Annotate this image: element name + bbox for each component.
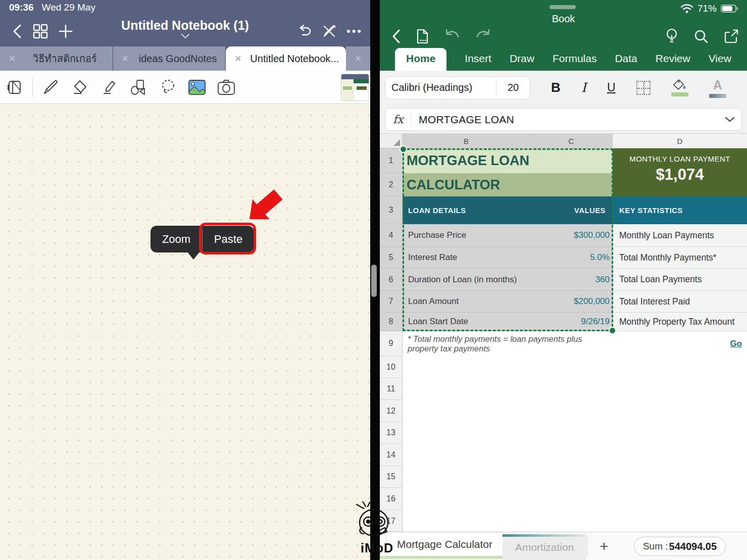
monthly-payment-card[interactable]: MONTHLY LOAN PAYMENT $1,074 (613, 148, 747, 196)
close-icon[interactable]: ✕ (353, 54, 363, 64)
undo-icon[interactable] (442, 26, 463, 46)
app-drag-handle[interactable] (550, 5, 576, 9)
tab-insert[interactable]: Insert (465, 53, 491, 71)
cell-value[interactable]: $300,000 (530, 224, 613, 247)
borders-button[interactable] (636, 81, 651, 95)
page-thumbnail-icon[interactable] (0, 73, 29, 101)
row-header-10[interactable]: 10 (380, 356, 403, 378)
more-icon[interactable]: ••• (345, 22, 364, 40)
doc-tab-partial[interactable]: ✕ (346, 46, 370, 71)
tab-home[interactable]: Home (395, 48, 446, 71)
file-actions-icon[interactable] (412, 26, 432, 46)
sheet-tab-amortization[interactable]: Amortization (503, 534, 586, 560)
formula-bar[interactable]: fx MORTGAGE LOAN (385, 108, 742, 131)
row-header-6[interactable]: 6 (380, 269, 403, 291)
shapes-tool-icon[interactable] (124, 73, 153, 101)
cell-stat[interactable]: Monthly Loan Payments (613, 224, 747, 247)
formula-expand-chevron[interactable] (718, 117, 741, 122)
cell-stat[interactable]: Monthly Property Tax Amount (613, 313, 747, 331)
bold-button[interactable]: B (551, 80, 561, 95)
tips-lightbulb-icon[interactable] (662, 26, 682, 46)
lasso-tool-icon[interactable] (153, 73, 182, 101)
tab-review[interactable]: Review (656, 53, 690, 71)
tab-data[interactable]: Data (615, 53, 637, 71)
font-color-button[interactable]: A (709, 78, 726, 98)
redo-icon[interactable] (473, 26, 493, 46)
col-header-C[interactable]: C (530, 134, 613, 148)
cell-title-line1[interactable]: MORTGAGE LOAN (403, 148, 613, 173)
row-header-8[interactable]: 8 (380, 313, 403, 331)
highlighter-tool-icon[interactable] (94, 73, 124, 101)
tab-view[interactable]: View (709, 53, 731, 71)
undo-icon[interactable] (295, 22, 313, 40)
zoom-menu-item[interactable]: Zoom (151, 226, 202, 252)
doc-tab-stickers[interactable]: ✕ วิธีทำสติกเกอร์ (0, 46, 113, 71)
col-header-B[interactable]: B (403, 134, 530, 148)
row-header-15[interactable]: 15 (380, 466, 403, 488)
row-header-5[interactable]: 5 (380, 247, 403, 269)
cell-loan-details-header[interactable]: LOAN DETAILS (403, 196, 530, 224)
cell-label[interactable]: Loan Amount (403, 291, 530, 313)
cell-label[interactable]: Purchase Price (403, 224, 530, 247)
cell-footnote[interactable]: * Total monthly payments = loan payments… (403, 331, 613, 356)
cell-stat[interactable]: Total Monthly Payments* (613, 247, 747, 269)
row-header-12[interactable]: 12 (380, 400, 403, 422)
back-icon[interactable] (386, 26, 406, 46)
stylus-disable-icon[interactable] (320, 22, 338, 40)
row-header-9[interactable]: 9 (380, 331, 403, 356)
close-icon[interactable]: ✕ (120, 54, 130, 64)
col-header-D[interactable]: D (613, 134, 747, 148)
select-all-corner[interactable] (380, 134, 403, 148)
cell-label[interactable]: Loan Start Date (403, 313, 530, 331)
row-header-14[interactable]: 14 (380, 444, 403, 466)
row-header-3[interactable]: 3 (380, 196, 403, 224)
cell-title-line2[interactable]: CALCULATOR (403, 173, 613, 196)
tab-formulas[interactable]: Formulas (553, 53, 597, 71)
cell-value[interactable]: 9/26/19 (530, 313, 613, 331)
font-name-select[interactable]: Calibri (Headings) (385, 82, 496, 93)
notebook-canvas[interactable] (0, 105, 370, 560)
italic-button[interactable]: I (581, 80, 586, 95)
go-link[interactable]: Go (730, 339, 742, 349)
split-view-divider[interactable] (370, 0, 380, 560)
grid-row-3: 3 LOAN DETAILS VALUES KEY STATISTICS (380, 196, 747, 224)
formula-value[interactable]: MORTGAGE LOAN (412, 114, 718, 126)
eraser-tool-icon[interactable] (65, 73, 94, 101)
cell-label[interactable]: Duration of Loan (in months) (403, 269, 530, 291)
pen-tool-icon[interactable] (36, 73, 65, 101)
close-icon[interactable]: ✕ (233, 54, 243, 64)
cell-value[interactable]: 5.0% (530, 247, 613, 269)
image-tool-icon[interactable] (182, 73, 212, 101)
row-header-2[interactable]: 2 (380, 173, 403, 196)
cell-key-statistics-header[interactable]: KEY STATISTICS (613, 196, 747, 224)
split-drag-handle[interactable] (371, 265, 377, 297)
font-control[interactable]: Calibri (Headings) 20 (385, 76, 530, 99)
doc-tab-untitled[interactable]: ✕ Untitled Notebook... (226, 46, 346, 71)
close-icon[interactable]: ✕ (7, 54, 17, 64)
cell-value[interactable]: $200,000 (530, 291, 613, 313)
cell-stat[interactable]: Total Loan Payments (613, 269, 747, 291)
sum-badge[interactable]: Sum : 544094.05 (634, 537, 726, 556)
workbook-title[interactable]: Book (380, 13, 747, 25)
camera-tool-icon[interactable] (212, 73, 241, 101)
underline-button[interactable]: U (607, 81, 616, 94)
row-header-13[interactable]: 13 (380, 422, 403, 444)
sheet-tab-mortgage-calculator[interactable]: Mortgage Calculator (387, 532, 503, 556)
fill-color-button[interactable] (671, 79, 688, 96)
row-header-4[interactable]: 4 (380, 224, 403, 247)
search-icon[interactable] (691, 26, 711, 46)
cell-value[interactable]: 360 (530, 269, 613, 291)
row-header-1[interactable]: 1 (380, 148, 403, 173)
doc-tab-ideas[interactable]: ✕ ideas GoodNotes (113, 46, 226, 71)
cell-stat[interactable]: Total Interest Paid (613, 291, 747, 313)
cell-values-header[interactable]: VALUES (530, 196, 613, 224)
row-header-7[interactable]: 7 (380, 291, 403, 313)
clipboard-image-thumbnail[interactable] (341, 74, 369, 101)
add-sheet-button[interactable]: + (594, 536, 614, 556)
share-icon[interactable] (721, 26, 741, 46)
tab-draw[interactable]: Draw (510, 53, 534, 71)
row-header-11[interactable]: 11 (380, 378, 403, 400)
cell-label[interactable]: Interest Rate (403, 247, 530, 269)
font-size-select[interactable]: 20 (496, 82, 530, 93)
notebook-title-wrap[interactable]: Untitled Notebook (1) (0, 18, 370, 38)
